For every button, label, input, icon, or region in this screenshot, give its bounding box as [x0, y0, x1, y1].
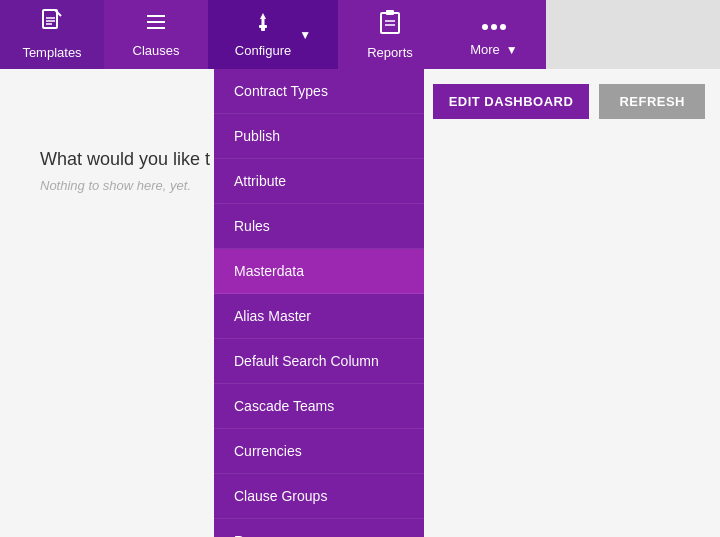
dropdown-item-contract-types[interactable]: Contract Types [214, 69, 424, 114]
nav-item-more[interactable]: More ▼ [442, 0, 546, 69]
svg-rect-9 [261, 27, 265, 31]
dropdown-item-masterdata[interactable]: Masterdata [214, 249, 424, 294]
main-content: EDIT DASHBOARD REFRESH What would you li… [0, 69, 720, 537]
nav-label-more: More [470, 42, 500, 57]
clipboard-icon [379, 9, 401, 41]
svg-point-14 [482, 24, 488, 30]
nav-item-configure[interactable]: Configure ▼ [208, 0, 338, 69]
list-icon [145, 11, 167, 39]
nav-label-reports: Reports [367, 45, 413, 60]
nav-label-clauses: Clauses [133, 43, 180, 58]
nav-label-templates: Templates [22, 45, 81, 60]
dropdown-item-currencies[interactable]: Currencies [214, 429, 424, 474]
more-dropdown-arrow: ▼ [506, 43, 518, 57]
svg-rect-0 [43, 10, 57, 28]
doc-icon [41, 9, 63, 41]
nav-spacer [546, 0, 720, 69]
dropdown-item-publish[interactable]: Publish [214, 114, 424, 159]
dropdown-item-reasons[interactable]: Reasons [214, 519, 424, 537]
nav-item-reports[interactable]: Reports [338, 0, 442, 69]
edit-dashboard-button[interactable]: EDIT DASHBOARD [433, 84, 590, 119]
dropdown-item-default-search-column[interactable]: Default Search Column [214, 339, 424, 384]
wrench-icon [252, 11, 274, 39]
dropdown-item-clause-groups[interactable]: Clause Groups [214, 474, 424, 519]
configure-dropdown-menu: Contract TypesPublishAttributeRulesMaste… [214, 69, 424, 537]
top-right-buttons: EDIT DASHBOARD REFRESH [433, 84, 705, 119]
dropdown-item-alias-master[interactable]: Alias Master [214, 294, 424, 339]
nav-item-clauses[interactable]: Clauses [104, 0, 208, 69]
configure-dropdown-arrow: ▼ [299, 28, 311, 42]
nav-item-templates[interactable]: Templates [0, 0, 104, 69]
svg-rect-11 [386, 10, 394, 15]
svg-rect-7 [262, 18, 265, 25]
svg-point-15 [491, 24, 497, 30]
dropdown-item-rules[interactable]: Rules [214, 204, 424, 249]
dropdown-item-attribute[interactable]: Attribute [214, 159, 424, 204]
svg-point-16 [500, 24, 506, 30]
nav-label-configure: Configure [235, 43, 291, 58]
svg-rect-10 [381, 13, 399, 33]
more-dots-icon [481, 12, 507, 38]
refresh-button[interactable]: REFRESH [599, 84, 705, 119]
top-nav: Templates Clauses [0, 0, 720, 69]
dropdown-item-cascade-teams[interactable]: Cascade Teams [214, 384, 424, 429]
